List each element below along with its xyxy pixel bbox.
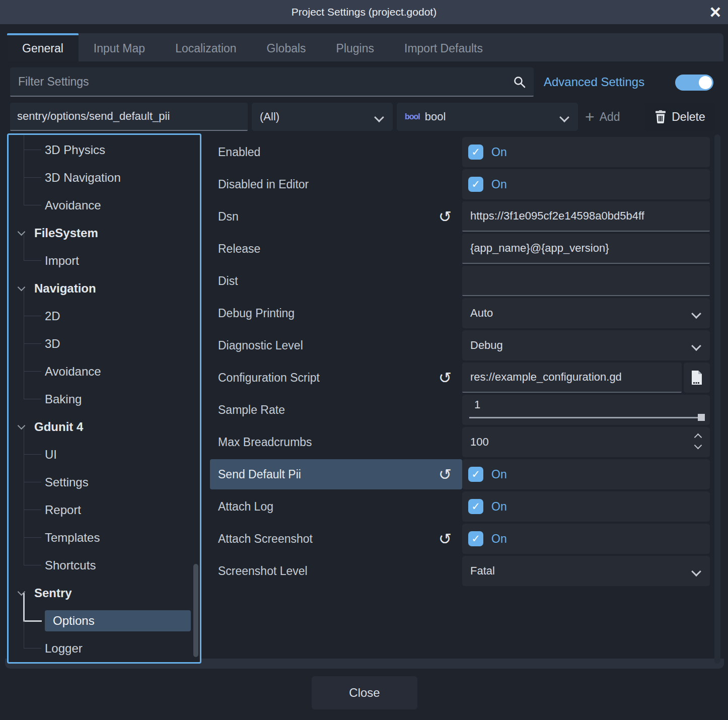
sidebar-item-label: Navigation <box>32 278 98 299</box>
sidebar-item-label: Avoidance <box>43 195 103 216</box>
add-button-label: Add <box>600 110 620 124</box>
tab-general[interactable]: General <box>7 33 79 61</box>
setting-diagnostic-level-dropdown[interactable]: Debug <box>462 330 710 361</box>
checkbox-state-label: On <box>491 178 507 191</box>
setting-configuration-script-label: Configuration Script <box>218 363 320 393</box>
setting-disabled-in-editor-row: Disabled in Editor✓On <box>210 169 714 199</box>
sidebar-scrollbar[interactable] <box>193 564 198 657</box>
chevron-down-icon <box>691 309 701 319</box>
setting-attach-screenshot-label: Attach Screenshot <box>218 524 313 554</box>
setting-dsn-field[interactable]: https://3f1e095cf2e14598a0bd5b4ff <box>462 201 710 232</box>
tab-globals[interactable]: Globals <box>252 33 321 61</box>
filter-settings-input[interactable] <box>10 67 534 96</box>
sidebar-item-baking[interactable]: Baking <box>9 385 200 413</box>
setting-attach-screenshot-checkbox[interactable]: ✓ <box>468 531 483 546</box>
tree-connector <box>24 427 41 455</box>
setting-max-breadcrumbs-row: Max Breadcrumbs100 <box>210 427 714 457</box>
sidebar-item-import[interactable]: Import <box>9 247 200 274</box>
setting-send-default-pii-checkbox[interactable]: ✓ <box>468 467 483 482</box>
setting-debug-printing-dropdown[interactable]: Auto <box>462 298 710 328</box>
tree-connector <box>24 289 41 316</box>
setting-screenshot-level-dropdown[interactable]: Fatal <box>462 556 710 586</box>
sidebar-item-label: Settings <box>43 472 91 493</box>
tree-connector <box>24 233 41 261</box>
close-button-label: Close <box>349 686 380 700</box>
setting-diagnostic-level-row: Diagnostic LevelDebug <box>210 330 714 361</box>
sidebar-item-label: Templates <box>43 527 102 548</box>
filter-settings-field <box>10 67 534 97</box>
setting-send-default-pii-row: Send Default Pii↺✓On <box>210 459 714 489</box>
revert-icon[interactable]: ↺ <box>434 205 456 228</box>
setting-debug-printing-value: Auto <box>462 307 493 320</box>
settings-scrollbar[interactable] <box>714 134 720 664</box>
tab-input-map[interactable]: Input Map <box>79 33 160 61</box>
delete-button[interactable]: Delete <box>645 103 715 131</box>
setting-sample-rate-slider[interactable]: 1 <box>462 395 710 425</box>
slider-track[interactable] <box>469 417 703 418</box>
feature-filter-dropdown[interactable]: (All) <box>252 103 393 131</box>
tree-connector <box>24 344 41 372</box>
sidebar-item-label: Shortcuts <box>43 555 98 576</box>
tree-connector <box>24 538 41 565</box>
chevron-down-icon <box>691 566 701 577</box>
plus-icon: + <box>585 109 595 125</box>
spin-updown-icon[interactable] <box>695 435 701 448</box>
setting-enabled-label: Enabled <box>218 137 260 167</box>
tab-import-defaults[interactable]: Import Defaults <box>389 33 498 61</box>
setting-dist-field[interactable] <box>462 266 710 296</box>
setting-screenshot-level-value: Fatal <box>462 564 495 578</box>
checkbox-state-label: On <box>491 500 507 514</box>
tab-localization[interactable]: Localization <box>160 33 251 61</box>
tree-connector <box>24 178 41 205</box>
revert-icon[interactable]: ↺ <box>434 528 456 550</box>
sidebar-item-label: UI <box>43 444 59 465</box>
setting-configuration-script-value: res://example_configuration.gd <box>462 371 622 384</box>
setting-max-breadcrumbs-spinbox[interactable]: 100 <box>462 427 710 457</box>
sidebar-item-avoidance[interactable]: Avoidance <box>9 191 200 219</box>
tree-connector <box>24 455 41 482</box>
chevron-down-icon <box>691 341 701 351</box>
setting-screenshot-level-row: Screenshot LevelFatal <box>210 556 714 586</box>
revert-icon[interactable]: ↺ <box>434 367 456 389</box>
sidebar-item-label: 3D <box>43 333 62 354</box>
slider-grabber[interactable] <box>698 414 705 421</box>
setting-attach-log-checkbox[interactable]: ✓ <box>468 499 483 514</box>
setting-attach-log-row: Attach Log✓On <box>210 491 714 522</box>
setting-send-default-pii-value: ✓On <box>462 459 710 489</box>
close-button[interactable]: Close <box>312 676 417 709</box>
setting-debug-printing-row: Debug PrintingAuto <box>210 298 714 328</box>
setting-disabled-in-editor-checkbox[interactable]: ✓ <box>468 177 483 192</box>
delete-button-label: Delete <box>672 110 705 124</box>
chevron-down-icon <box>559 112 569 122</box>
search-icon <box>513 75 527 89</box>
window-title: Project Settings (project.godot) <box>292 6 436 18</box>
property-path-input[interactable] <box>10 103 248 130</box>
setting-dsn-value: https://3f1e095cf2e14598a0bd5b4ff <box>462 209 644 223</box>
sidebar-item-label: 3D Navigation <box>43 167 123 188</box>
sidebar-item-shortcuts[interactable]: Shortcuts <box>9 551 200 579</box>
sidebar-item-label: Baking <box>43 389 84 410</box>
tab-plugins[interactable]: Plugins <box>321 33 389 61</box>
advanced-settings-toggle[interactable] <box>675 75 713 91</box>
tree-connector <box>24 372 41 399</box>
setting-sample-rate-label: Sample Rate <box>218 395 285 425</box>
setting-enabled-checkbox[interactable]: ✓ <box>468 145 483 160</box>
setting-release-field[interactable]: {app_name}@{app_version} <box>462 234 710 264</box>
bool-type-icon: bool <box>405 112 420 121</box>
setting-enabled-row: Enabled✓On <box>210 137 714 167</box>
sidebar-item-label: Logger <box>43 638 85 659</box>
setting-attach-screenshot-row: Attach Screenshot↺✓On <box>210 524 714 554</box>
setting-configuration-script-browse-button[interactable] <box>684 363 710 393</box>
tree-connector <box>23 593 42 622</box>
setting-dist-row: Dist <box>210 266 714 296</box>
close-icon[interactable]: × <box>710 0 721 24</box>
setting-attach-log-value: ✓On <box>462 491 710 522</box>
sidebar-item-label: Avoidance <box>43 361 103 382</box>
setting-configuration-script-field[interactable]: res://example_configuration.gd <box>462 363 682 393</box>
revert-icon[interactable]: ↺ <box>434 463 456 485</box>
type-dropdown[interactable]: bool bool <box>397 103 578 131</box>
advanced-settings-label: Advanced Settings <box>544 67 644 97</box>
checkbox-state-label: On <box>491 146 507 159</box>
add-button[interactable]: + Add <box>585 103 620 131</box>
sidebar-item-logger[interactable]: Logger <box>9 634 200 662</box>
